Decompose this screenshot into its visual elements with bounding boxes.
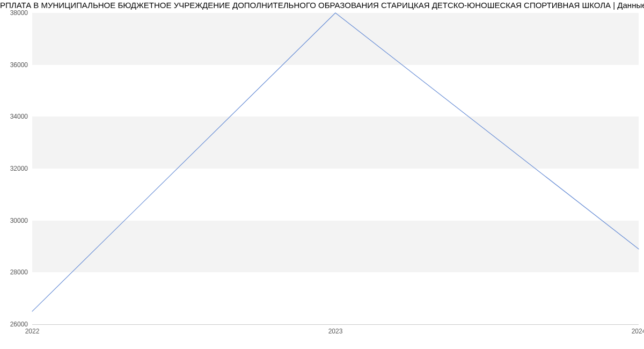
chart-container: РПЛАТА В МУНИЦИПАЛЬНОЕ БЮДЖЕТНОЕ УЧРЕЖДЕ…: [0, 0, 644, 349]
series-line: [32, 13, 639, 311]
x-tick-label: 2022: [25, 328, 40, 335]
y-tick-label: 34000: [10, 113, 28, 120]
y-tick-label: 36000: [10, 61, 28, 69]
x-tick-label: 2024: [632, 328, 644, 335]
y-tick-label: 38000: [10, 9, 28, 17]
y-tick-label: 26000: [10, 321, 28, 328]
plot-area: 2600028000300003200034000360003800020222…: [32, 13, 639, 324]
y-tick-label: 32000: [10, 165, 28, 172]
y-tick-label: 28000: [10, 268, 28, 276]
x-axis-line: [32, 324, 639, 325]
chart-title: РПЛАТА В МУНИЦИПАЛЬНОЕ БЮДЖЕТНОЕ УЧРЕЖДЕ…: [0, 0, 644, 11]
x-tick-label: 2023: [328, 328, 343, 335]
y-tick-label: 30000: [10, 217, 28, 224]
line-series-svg: [32, 13, 639, 324]
